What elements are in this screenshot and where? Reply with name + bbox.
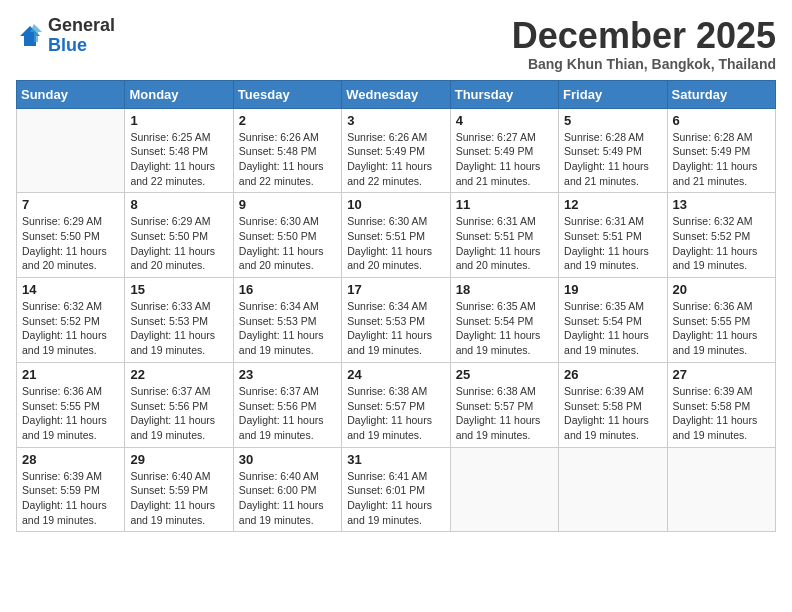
logo: General Blue (16, 16, 115, 56)
calendar-table: SundayMondayTuesdayWednesdayThursdayFrid… (16, 80, 776, 533)
location-text: Bang Khun Thian, Bangkok, Thailand (512, 56, 776, 72)
calendar-cell: 3Sunrise: 6:26 AMSunset: 5:49 PMDaylight… (342, 108, 450, 193)
day-number: 27 (673, 367, 770, 382)
calendar-week-row: 7Sunrise: 6:29 AMSunset: 5:50 PMDaylight… (17, 193, 776, 278)
day-number: 10 (347, 197, 444, 212)
day-number: 18 (456, 282, 553, 297)
day-info: Sunrise: 6:33 AMSunset: 5:53 PMDaylight:… (130, 299, 227, 358)
day-number: 2 (239, 113, 336, 128)
day-info: Sunrise: 6:40 AMSunset: 6:00 PMDaylight:… (239, 469, 336, 528)
calendar-cell: 21Sunrise: 6:36 AMSunset: 5:55 PMDayligh… (17, 362, 125, 447)
day-info: Sunrise: 6:39 AMSunset: 5:58 PMDaylight:… (564, 384, 661, 443)
calendar-cell: 19Sunrise: 6:35 AMSunset: 5:54 PMDayligh… (559, 278, 667, 363)
day-info: Sunrise: 6:35 AMSunset: 5:54 PMDaylight:… (564, 299, 661, 358)
day-number: 23 (239, 367, 336, 382)
calendar-cell: 6Sunrise: 6:28 AMSunset: 5:49 PMDaylight… (667, 108, 775, 193)
day-number: 31 (347, 452, 444, 467)
day-info: Sunrise: 6:34 AMSunset: 5:53 PMDaylight:… (347, 299, 444, 358)
day-info: Sunrise: 6:25 AMSunset: 5:48 PMDaylight:… (130, 130, 227, 189)
title-block: December 2025 Bang Khun Thian, Bangkok, … (512, 16, 776, 72)
day-number: 3 (347, 113, 444, 128)
calendar-cell: 10Sunrise: 6:30 AMSunset: 5:51 PMDayligh… (342, 193, 450, 278)
day-number: 24 (347, 367, 444, 382)
calendar-week-row: 21Sunrise: 6:36 AMSunset: 5:55 PMDayligh… (17, 362, 776, 447)
logo-blue-text: Blue (48, 35, 87, 55)
logo-general-text: General (48, 15, 115, 35)
day-number: 12 (564, 197, 661, 212)
weekday-header-saturday: Saturday (667, 80, 775, 108)
calendar-cell (559, 447, 667, 532)
day-info: Sunrise: 6:26 AMSunset: 5:48 PMDaylight:… (239, 130, 336, 189)
month-title: December 2025 (512, 16, 776, 56)
day-number: 30 (239, 452, 336, 467)
calendar-cell (667, 447, 775, 532)
weekday-header-friday: Friday (559, 80, 667, 108)
day-info: Sunrise: 6:27 AMSunset: 5:49 PMDaylight:… (456, 130, 553, 189)
day-info: Sunrise: 6:30 AMSunset: 5:51 PMDaylight:… (347, 214, 444, 273)
calendar-week-row: 28Sunrise: 6:39 AMSunset: 5:59 PMDayligh… (17, 447, 776, 532)
calendar-cell: 24Sunrise: 6:38 AMSunset: 5:57 PMDayligh… (342, 362, 450, 447)
day-info: Sunrise: 6:41 AMSunset: 6:01 PMDaylight:… (347, 469, 444, 528)
logo-text: General Blue (48, 16, 115, 56)
calendar-cell: 12Sunrise: 6:31 AMSunset: 5:51 PMDayligh… (559, 193, 667, 278)
day-info: Sunrise: 6:26 AMSunset: 5:49 PMDaylight:… (347, 130, 444, 189)
day-number: 8 (130, 197, 227, 212)
calendar-cell: 23Sunrise: 6:37 AMSunset: 5:56 PMDayligh… (233, 362, 341, 447)
day-number: 25 (456, 367, 553, 382)
day-info: Sunrise: 6:35 AMSunset: 5:54 PMDaylight:… (456, 299, 553, 358)
day-info: Sunrise: 6:37 AMSunset: 5:56 PMDaylight:… (130, 384, 227, 443)
calendar-cell: 8Sunrise: 6:29 AMSunset: 5:50 PMDaylight… (125, 193, 233, 278)
day-info: Sunrise: 6:29 AMSunset: 5:50 PMDaylight:… (22, 214, 119, 273)
day-info: Sunrise: 6:32 AMSunset: 5:52 PMDaylight:… (22, 299, 119, 358)
weekday-header-thursday: Thursday (450, 80, 558, 108)
day-info: Sunrise: 6:39 AMSunset: 5:59 PMDaylight:… (22, 469, 119, 528)
logo-icon (16, 22, 44, 50)
day-info: Sunrise: 6:37 AMSunset: 5:56 PMDaylight:… (239, 384, 336, 443)
day-info: Sunrise: 6:29 AMSunset: 5:50 PMDaylight:… (130, 214, 227, 273)
calendar-cell (450, 447, 558, 532)
calendar-cell: 25Sunrise: 6:38 AMSunset: 5:57 PMDayligh… (450, 362, 558, 447)
day-number: 19 (564, 282, 661, 297)
calendar-cell: 15Sunrise: 6:33 AMSunset: 5:53 PMDayligh… (125, 278, 233, 363)
calendar-cell: 5Sunrise: 6:28 AMSunset: 5:49 PMDaylight… (559, 108, 667, 193)
day-info: Sunrise: 6:34 AMSunset: 5:53 PMDaylight:… (239, 299, 336, 358)
calendar-cell: 7Sunrise: 6:29 AMSunset: 5:50 PMDaylight… (17, 193, 125, 278)
calendar-cell: 18Sunrise: 6:35 AMSunset: 5:54 PMDayligh… (450, 278, 558, 363)
calendar-week-row: 14Sunrise: 6:32 AMSunset: 5:52 PMDayligh… (17, 278, 776, 363)
day-info: Sunrise: 6:40 AMSunset: 5:59 PMDaylight:… (130, 469, 227, 528)
day-number: 28 (22, 452, 119, 467)
day-number: 1 (130, 113, 227, 128)
day-info: Sunrise: 6:31 AMSunset: 5:51 PMDaylight:… (456, 214, 553, 273)
page-header: General Blue December 2025 Bang Khun Thi… (16, 16, 776, 72)
day-number: 21 (22, 367, 119, 382)
calendar-cell: 9Sunrise: 6:30 AMSunset: 5:50 PMDaylight… (233, 193, 341, 278)
day-info: Sunrise: 6:28 AMSunset: 5:49 PMDaylight:… (564, 130, 661, 189)
calendar-cell: 26Sunrise: 6:39 AMSunset: 5:58 PMDayligh… (559, 362, 667, 447)
weekday-header-monday: Monday (125, 80, 233, 108)
day-number: 4 (456, 113, 553, 128)
calendar-cell: 13Sunrise: 6:32 AMSunset: 5:52 PMDayligh… (667, 193, 775, 278)
day-info: Sunrise: 6:38 AMSunset: 5:57 PMDaylight:… (456, 384, 553, 443)
day-number: 29 (130, 452, 227, 467)
calendar-cell: 1Sunrise: 6:25 AMSunset: 5:48 PMDaylight… (125, 108, 233, 193)
calendar-cell: 14Sunrise: 6:32 AMSunset: 5:52 PMDayligh… (17, 278, 125, 363)
weekday-header-row: SundayMondayTuesdayWednesdayThursdayFrid… (17, 80, 776, 108)
day-number: 7 (22, 197, 119, 212)
calendar-cell: 30Sunrise: 6:40 AMSunset: 6:00 PMDayligh… (233, 447, 341, 532)
day-number: 20 (673, 282, 770, 297)
day-info: Sunrise: 6:38 AMSunset: 5:57 PMDaylight:… (347, 384, 444, 443)
weekday-header-wednesday: Wednesday (342, 80, 450, 108)
day-number: 17 (347, 282, 444, 297)
calendar-cell (17, 108, 125, 193)
day-number: 11 (456, 197, 553, 212)
day-info: Sunrise: 6:39 AMSunset: 5:58 PMDaylight:… (673, 384, 770, 443)
day-number: 14 (22, 282, 119, 297)
calendar-cell: 28Sunrise: 6:39 AMSunset: 5:59 PMDayligh… (17, 447, 125, 532)
day-info: Sunrise: 6:28 AMSunset: 5:49 PMDaylight:… (673, 130, 770, 189)
day-number: 15 (130, 282, 227, 297)
day-number: 13 (673, 197, 770, 212)
calendar-cell: 29Sunrise: 6:40 AMSunset: 5:59 PMDayligh… (125, 447, 233, 532)
calendar-cell: 22Sunrise: 6:37 AMSunset: 5:56 PMDayligh… (125, 362, 233, 447)
calendar-cell: 16Sunrise: 6:34 AMSunset: 5:53 PMDayligh… (233, 278, 341, 363)
day-number: 6 (673, 113, 770, 128)
